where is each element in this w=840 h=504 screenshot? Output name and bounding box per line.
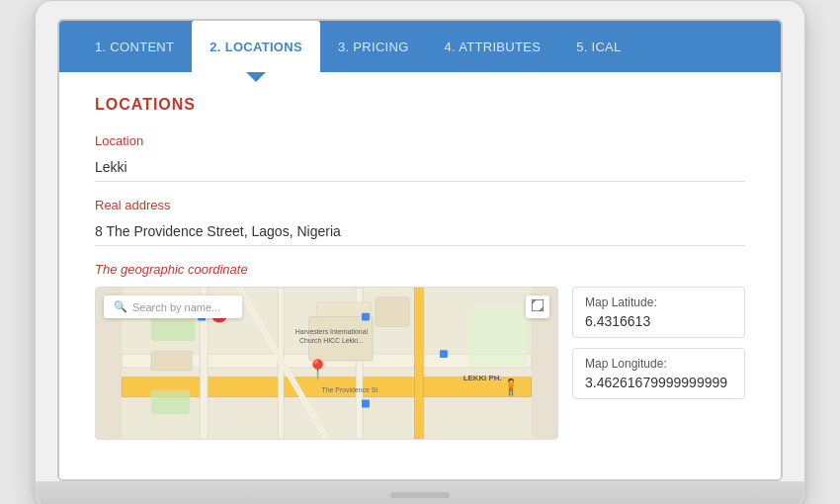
svg-rect-10 xyxy=(151,390,190,415)
svg-text:Church HICC Lekki...: Church HICC Lekki... xyxy=(299,337,364,344)
tab-pricing[interactable]: 3. PRICING xyxy=(320,21,427,72)
svg-rect-11 xyxy=(468,307,527,366)
coord-label: The geographic coordinate xyxy=(95,262,745,277)
coordinate-group: The geographic coordinate xyxy=(95,262,745,440)
svg-text:LEKKI PH.: LEKKI PH. xyxy=(463,374,502,382)
map-person-icon: 🧍 xyxy=(501,378,521,396)
tab-locations[interactable]: 2. LOCATIONS xyxy=(192,21,320,72)
location-group: Location xyxy=(95,133,745,182)
longitude-value: 3.46261679999999999 xyxy=(585,375,732,390)
laptop-notch xyxy=(390,492,450,498)
map-coord-row: + Harvesters International Church HICC L… xyxy=(95,287,745,440)
coordinate-panels: Map Latitude: 6.4316613 Map Longitude: 3… xyxy=(572,287,745,399)
map-pin: 📍 xyxy=(305,358,330,381)
laptop-frame: 1. CONTENT 2. LOCATIONS 3. PRICING 4. AT… xyxy=(35,0,805,504)
svg-rect-13 xyxy=(376,297,410,327)
svg-rect-18 xyxy=(440,350,448,358)
svg-rect-14 xyxy=(151,351,192,371)
latitude-value: 6.4316613 xyxy=(585,313,732,329)
latitude-panel: Map Latitude: 6.4316613 xyxy=(572,287,745,338)
svg-text:Harvesters International: Harvesters International xyxy=(295,328,369,335)
laptop-screen: 1. CONTENT 2. LOCATIONS 3. PRICING 4. AT… xyxy=(57,19,783,481)
longitude-label: Map Longitude: xyxy=(585,357,732,371)
tab-attributes[interactable]: 4. ATTRIBUTES xyxy=(427,21,559,72)
tab-ical[interactable]: 5. ICAL xyxy=(558,21,638,72)
tab-content[interactable]: 1. CONTENT xyxy=(77,21,192,72)
page-content: LOCATIONS Location Real address The geog… xyxy=(59,72,781,479)
address-group: Real address xyxy=(95,198,745,246)
address-input[interactable] xyxy=(95,217,745,246)
map-container[interactable]: + Harvesters International Church HICC L… xyxy=(95,287,558,440)
latitude-label: Map Latitude: xyxy=(585,295,732,309)
svg-rect-17 xyxy=(362,313,370,321)
search-placeholder: Search by name... xyxy=(132,301,220,313)
expand-icon xyxy=(532,299,544,311)
section-title: LOCATIONS xyxy=(95,96,745,114)
svg-rect-20 xyxy=(362,400,370,408)
svg-text:The Providence St: The Providence St xyxy=(322,386,378,393)
svg-rect-6 xyxy=(414,288,423,439)
laptop-chin xyxy=(36,481,804,504)
search-icon: 🔍 xyxy=(114,300,127,313)
longitude-panel: Map Longitude: 3.46261679999999999 xyxy=(572,348,745,399)
map-expand-button[interactable] xyxy=(526,295,549,318)
top-navigation: 1. CONTENT 2. LOCATIONS 3. PRICING 4. AT… xyxy=(59,21,781,72)
map-search-bar[interactable]: 🔍 Search by name... xyxy=(104,295,242,318)
location-label: Location xyxy=(95,133,745,148)
address-label: Real address xyxy=(95,198,745,212)
location-input[interactable] xyxy=(95,153,745,182)
